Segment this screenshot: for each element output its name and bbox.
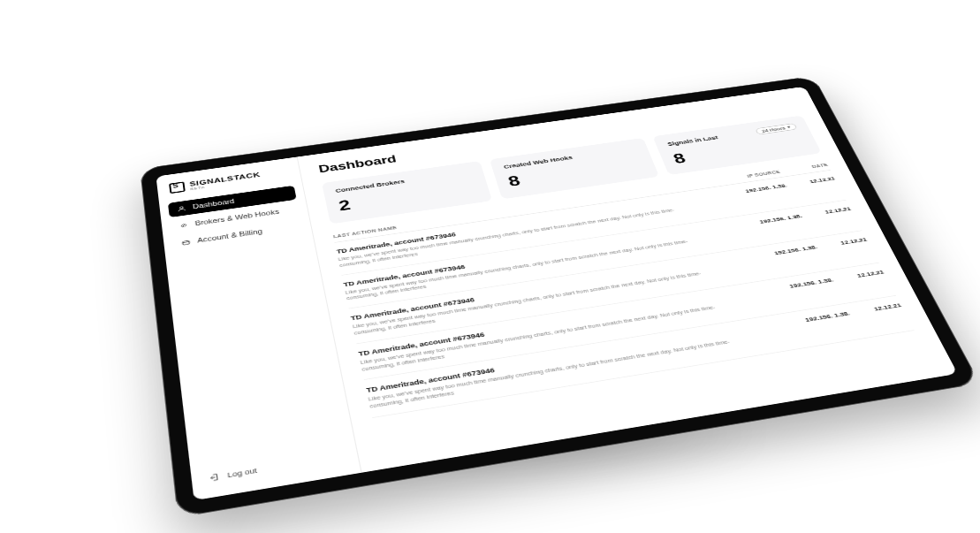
row-ip: 192.156. 1.38.	[771, 310, 851, 329]
brand-text-wrap: SIGNALSTACK BETA	[189, 171, 262, 191]
row-date: 12.12.21	[816, 237, 868, 250]
timeframe-dropdown[interactable]: 24 Hours ▾	[755, 123, 797, 134]
row-date: 12.12.21	[801, 206, 852, 218]
sidebar-item-label: Dashboard	[193, 198, 235, 210]
row-ip: 192.156. 1.38.	[726, 213, 802, 229]
person-icon	[177, 205, 186, 212]
link-icon	[179, 222, 189, 229]
logout-label: Log out	[227, 467, 258, 479]
logout-icon	[209, 473, 220, 482]
row-date: 12.12.21	[848, 302, 902, 316]
row-date: 12.12.21	[786, 176, 836, 188]
logo-mark-icon	[169, 181, 186, 194]
row-date: 12.12.21	[832, 269, 885, 282]
row-ip: 192.156. 1.38.	[756, 277, 834, 294]
row-ip: 192.156. 1.38.	[741, 244, 818, 261]
svg-point-0	[179, 206, 183, 209]
chevron-down-icon: ▾	[786, 125, 792, 129]
dropdown-value: 24 Hours	[761, 126, 786, 133]
row-ip: 192.156. 1.38.	[713, 183, 788, 199]
wallet-icon	[181, 239, 191, 246]
